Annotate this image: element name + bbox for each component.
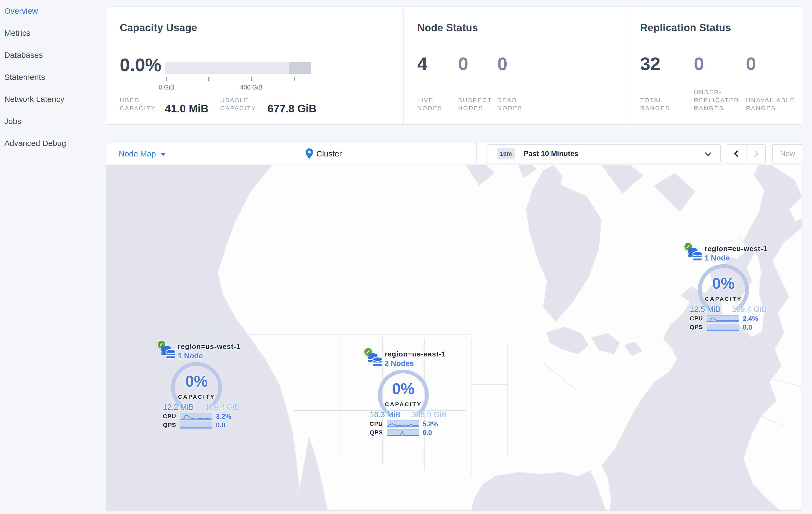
toolbar-divider xyxy=(476,142,477,165)
cpu-value: 5.2% xyxy=(423,421,438,428)
suspect-nodes-label: SUSPECT NODES xyxy=(458,96,497,112)
used-capacity-label: USED CAPACITY xyxy=(120,96,160,112)
nodes-stack-icon xyxy=(687,246,704,265)
usable-capacity-value: 677.8 GiB xyxy=(267,104,316,113)
time-next-button[interactable] xyxy=(746,145,765,163)
used-capacity-stat: USED CAPACITY 41.0 MiB xyxy=(120,96,208,112)
capacity-percent: 0.0% xyxy=(120,54,162,75)
capacity-usage-title: Capacity Usage xyxy=(120,22,197,34)
qps-value: 0.0 xyxy=(216,422,225,429)
capacity-usage-section: Capacity Usage 0.0% 0 GiB 400 GiB USED C… xyxy=(106,7,403,124)
cpu-value: 2.4% xyxy=(743,315,758,322)
nodes-stack-icon xyxy=(160,344,177,362)
sidebar-item-databases[interactable]: Databases xyxy=(0,44,106,66)
region-capacity-label: CAPACITY xyxy=(697,296,750,302)
db-console-overview-page: Overview Metrics Databases Statements Ne… xyxy=(0,0,812,514)
capacity-axis-tick xyxy=(166,77,167,81)
qps-value: 0.0 xyxy=(423,429,432,436)
now-button[interactable]: Now xyxy=(772,144,802,163)
qps-label: QPS xyxy=(684,324,703,331)
under-replicated-ranges-label: UNDER-REPLICATED RANGES xyxy=(694,88,741,112)
map-pin-icon xyxy=(306,148,313,161)
unavailable-ranges-label: UNAVAILABLE RANGES xyxy=(746,96,799,112)
sidebar-item-metrics[interactable]: Metrics xyxy=(0,22,106,44)
caret-down-icon xyxy=(161,153,166,156)
view-mode-dropdown[interactable]: Node Map xyxy=(119,142,156,165)
region-title: region=eu-west-1 xyxy=(704,245,767,253)
capacity-axis-tick xyxy=(251,77,253,81)
cluster-breadcrumb[interactable]: Cluster xyxy=(316,142,342,165)
region-capacity-percent: 0% xyxy=(170,372,224,390)
region-capacity-label: CAPACITY xyxy=(376,401,430,408)
map-toolbar: Node Map Cluster 10m Past 10 Minutes Now xyxy=(106,142,802,165)
dead-nodes-label: DEAD NODES xyxy=(497,96,529,112)
node-map[interactable]: ✓ region=us-west-1 1 Node xyxy=(106,165,802,510)
cpu-sparkline xyxy=(707,315,739,322)
total-ranges-label: TOTAL RANGES xyxy=(640,96,672,112)
region-used-capacity: 16.3 MiB xyxy=(364,410,407,419)
qps-sparkline xyxy=(707,324,739,331)
capacity-bar: 0 GiB 400 GiB xyxy=(166,62,311,74)
time-range-label: Past 10 Minutes xyxy=(524,150,578,158)
chevron-left-icon xyxy=(734,150,741,157)
region-capacity-percent: 0% xyxy=(376,380,430,398)
replication-status-section: Replication Status 32 0 0 TOTAL RANGES U… xyxy=(627,7,803,124)
nodes-stack-icon xyxy=(367,352,384,370)
region-marker-eu-west-1[interactable]: ✓ region=eu-west-1 1 Node xyxy=(684,242,772,333)
time-prev-button[interactable] xyxy=(727,145,746,163)
dead-nodes-value: 0 xyxy=(497,53,508,74)
world-map-graphic xyxy=(106,165,802,510)
region-node-count: 1 Node xyxy=(704,254,730,262)
chevron-down-icon xyxy=(705,150,711,156)
region-used-capacity: 12.2 MiB xyxy=(157,403,200,412)
qps-sparkline xyxy=(387,429,419,436)
usable-capacity-stat: USABLE CAPACITY 677.8 GiB xyxy=(220,96,316,112)
region-marker-us-west-1[interactable]: ✓ region=us-west-1 1 Node xyxy=(157,340,245,431)
capacity-axis-tick xyxy=(294,77,295,81)
qps-label: QPS xyxy=(364,429,383,436)
sidebar-item-network-latency[interactable]: Network Latency xyxy=(0,88,106,110)
region-title: region=us-west-1 xyxy=(178,343,240,351)
region-usable-capacity: 169.4 GiB xyxy=(200,403,244,412)
usable-capacity-label: USABLE CAPACITY xyxy=(220,96,262,112)
region-capacity-percent: 0% xyxy=(697,274,750,292)
cpu-sparkline xyxy=(387,421,419,428)
used-capacity-value: 41.0 MiB xyxy=(165,104,208,113)
cpu-label: CPU xyxy=(364,421,383,428)
node-status-title: Node Status xyxy=(417,22,478,34)
qps-value: 0.0 xyxy=(743,324,752,331)
time-range-selector[interactable]: 10m Past 10 Minutes xyxy=(487,144,721,163)
region-capacity-label: CAPACITY xyxy=(170,394,224,400)
sidebar: Overview Metrics Databases Statements Ne… xyxy=(0,0,106,514)
cpu-label: CPU xyxy=(157,413,176,420)
suspect-nodes-value: 0 xyxy=(458,53,497,74)
region-usable-capacity: 169.4 GiB xyxy=(727,305,771,314)
qps-label: QPS xyxy=(157,422,176,429)
sidebar-item-advanced-debug[interactable]: Advanced Debug xyxy=(0,132,106,154)
capacity-bar-reserved-segment xyxy=(289,62,311,74)
region-node-count: 2 Nodes xyxy=(384,359,414,368)
sidebar-item-overview[interactable]: Overview xyxy=(0,0,106,22)
region-node-count: 1 Node xyxy=(178,352,203,360)
region-usable-capacity: 338.9 GiB xyxy=(407,410,451,419)
replication-status-title: Replication Status xyxy=(640,22,731,34)
capacity-axis-label-0: 0 GiB xyxy=(155,84,178,91)
sidebar-item-jobs[interactable]: Jobs xyxy=(0,110,106,132)
capacity-axis-tick xyxy=(208,77,209,81)
chevron-right-icon xyxy=(752,150,758,157)
sidebar-item-statements[interactable]: Statements xyxy=(0,66,106,88)
region-used-capacity: 12.5 MiB xyxy=(684,305,727,314)
node-map-panel: Node Map Cluster 10m Past 10 Minutes Now xyxy=(106,142,802,511)
cpu-label: CPU xyxy=(684,315,703,322)
qps-sparkline xyxy=(180,422,212,429)
live-nodes-value: 4 xyxy=(417,53,458,74)
region-marker-us-east-1[interactable]: ✓ region=us-east-1 2 Nodes xyxy=(364,347,452,439)
region-title: region=us-east-1 xyxy=(384,350,446,358)
time-nav-controls xyxy=(727,144,766,163)
under-replicated-ranges-value: 0 xyxy=(694,53,746,74)
unavailable-ranges-value: 0 xyxy=(746,53,756,74)
time-range-badge: 10m xyxy=(497,148,515,159)
cpu-value: 3.2% xyxy=(216,413,231,420)
cpu-sparkline xyxy=(180,413,212,420)
live-nodes-label: LIVE NODES xyxy=(417,96,450,112)
